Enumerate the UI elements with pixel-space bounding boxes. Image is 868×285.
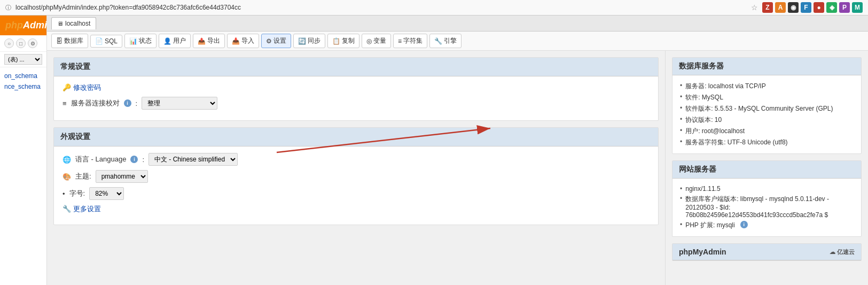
toolbar-icon-2[interactable]: A <box>775 2 786 13</box>
sidebar-tool-gear[interactable]: ⚙ <box>28 38 37 48</box>
appearance-settings-section: 外观设置 🌐 语言 - Language i : 中文 - Chinese si… <box>53 127 659 225</box>
sql-btn[interactable]: 📄 SQL <box>90 35 122 48</box>
db-server-item-1: 软件: MySQL <box>680 92 854 103</box>
collation-list-icon: ≡ <box>62 99 67 107</box>
db-server-body: 服务器: localhost via TCP/IP 软件: MySQL 软件版本… <box>672 75 861 153</box>
toolbar-icon-5[interactable]: ● <box>814 2 824 13</box>
language-label: 语言 - Language <box>75 155 126 164</box>
theme-row: 🎨 主题: pmahomme original <box>62 170 650 183</box>
charset-btn[interactable]: ≡ 字符集 <box>393 34 427 48</box>
content-area: 🖥 localhost 🗄 数据库 📄 SQL 📊 状态 👤 用户 <box>47 16 868 285</box>
toolbar-icon-7[interactable]: P <box>839 2 850 13</box>
language-info-icon[interactable]: i <box>130 156 138 163</box>
change-password-row: 🔑 修改密码 <box>62 83 650 93</box>
status-icon: 📊 <box>129 37 137 45</box>
phpmyadmin-header: phpMyAdmin ☁ 亿速云 <box>672 244 861 260</box>
db-server-item-2: 软件版本: 5.5.53 - MySQL Community Server (G… <box>680 103 854 114</box>
sidebar-tool-square[interactable]: □ <box>16 38 26 48</box>
sql-icon: 📄 <box>95 37 103 45</box>
main-wrapper: phpAdmin ○ □ ⚙ (表) ... information_schem… <box>0 16 868 285</box>
language-select[interactable]: 中文 - Chinese simplified English 日本語 <box>148 153 238 166</box>
web-server-item-0: nginx/1.11.5 <box>680 184 854 194</box>
user-icon: 👤 <box>163 37 171 45</box>
db-server-item-0: 服务器: localhost via TCP/IP <box>680 81 854 92</box>
copy-icon: 📋 <box>332 37 340 45</box>
nav-toolbar: 🗄 数据库 📄 SQL 📊 状态 👤 用户 📤 导出 📥 导入 <box>47 32 868 51</box>
phpmyadmin-section: phpMyAdmin ☁ 亿速云 <box>672 243 862 261</box>
change-password-link[interactable]: 🔑 修改密码 <box>62 83 101 93</box>
theme-palette-icon: 🎨 <box>62 173 71 181</box>
sidebar-select-wrapper: (表) ... information_schema performance_s… <box>0 52 46 67</box>
font-bullet: • <box>62 190 65 198</box>
url-text: localhost/phpMyAdmin/index.php?token=dfa… <box>15 4 747 11</box>
db-server-item-5: 服务器字符集: UTF-8 Unicode (utf8) <box>680 137 854 148</box>
collation-select[interactable]: 整理 utf8_general_ci utf8mb4_unicode_ci <box>142 97 217 110</box>
theme-label: 主题: <box>75 172 91 181</box>
collation-separator: : <box>136 99 138 107</box>
web-server-list: nginx/1.11.5 数据库客户端版本: libmysql - mysqln… <box>680 184 854 231</box>
sidebar-tool-circle[interactable]: ○ <box>4 38 14 48</box>
copy-btn[interactable]: 📋 复制 <box>327 34 359 48</box>
collation-info-icon[interactable]: i <box>124 99 131 107</box>
export-btn[interactable]: 📤 导出 <box>193 34 225 48</box>
brand-logo: phpAdmin <box>0 16 46 35</box>
web-server-item-2: PHP 扩展: mysqli i <box>680 220 854 231</box>
language-row: 🌐 语言 - Language i : 中文 - Chinese simplif… <box>62 153 650 166</box>
url-bar: ⓘ localhost/phpMyAdmin/index.php?token=d… <box>0 0 868 16</box>
charset-icon: ≡ <box>398 37 402 45</box>
url-actions: ☆ <box>751 3 758 12</box>
var-btn[interactable]: ◎ 变量 <box>362 34 391 48</box>
toolbar-icon-8[interactable]: M <box>852 2 863 13</box>
engine-icon: 🔧 <box>434 37 442 45</box>
database-btn[interactable]: 🗄 数据库 <box>51 34 88 48</box>
general-settings-header: 常规设置 <box>54 58 658 76</box>
export-icon: 📤 <box>198 37 206 45</box>
language-separator: : <box>142 156 144 164</box>
sync-btn[interactable]: 🔄 同步 <box>293 34 325 48</box>
import-icon: 📥 <box>232 37 240 45</box>
engine-btn[interactable]: 🔧 引擎 <box>429 34 462 48</box>
main-content: 常规设置 🔑 修改密码 ≡ 服务器连接校对 i <box>47 51 665 285</box>
web-server-item-1: 数据库客户端版本: libmysql - mysqlnd 5.0.11-dev … <box>680 194 854 220</box>
server-collation-row: ≡ 服务器连接校对 i : 整理 utf8_general_ci utf8mb4… <box>62 97 650 110</box>
db-server-item-3: 协议版本: 10 <box>680 114 854 126</box>
settings-icon: ⚙ <box>266 37 272 45</box>
import-btn[interactable]: 📥 导入 <box>227 34 259 48</box>
web-server-body: nginx/1.11.5 数据库客户端版本: libmysql - mysqln… <box>672 179 861 236</box>
font-select[interactable]: 82% 90% 100% 120% <box>89 187 124 200</box>
toolbar-icon-1[interactable]: Z <box>762 2 773 13</box>
sidebar: phpAdmin ○ □ ⚙ (表) ... information_schem… <box>0 16 47 285</box>
more-settings-link[interactable]: 🔧 更多设置 <box>62 204 101 214</box>
db-server-item-4: 用户: root@localhost <box>680 126 854 137</box>
font-label: 字号: <box>69 189 85 198</box>
user-btn[interactable]: 👤 用户 <box>159 34 191 48</box>
theme-select[interactable]: pmahomme original <box>96 170 148 183</box>
more-settings-wrench-icon: 🔧 <box>62 205 71 213</box>
browser-toolbar-icons: Z A ◉ F ● ◈ P M <box>762 2 863 13</box>
settings-btn[interactable]: ⚙ 设置 <box>261 34 291 48</box>
general-settings-section: 常规设置 🔑 修改密码 ≡ 服务器连接校对 i <box>53 57 659 121</box>
table-select[interactable]: (表) ... information_schema performance_s… <box>4 54 42 65</box>
status-btn[interactable]: 📊 状态 <box>124 34 157 48</box>
general-settings-body: 🔑 修改密码 ≡ 服务器连接校对 i : 整理 utf8_general_ci <box>54 76 658 120</box>
appearance-settings-header: 外观设置 <box>54 128 658 147</box>
cloud-icon: ☁ <box>830 249 835 255</box>
sidebar-tools: ○ □ ⚙ <box>0 35 46 52</box>
toolbar-icon-4[interactable]: F <box>801 2 811 13</box>
tab-label: localhost <box>65 20 90 27</box>
font-row: • 字号: 82% 90% 100% 120% <box>62 187 650 200</box>
star-icon[interactable]: ☆ <box>751 3 758 12</box>
tab-server-icon: 🖥 <box>57 20 63 27</box>
sidebar-nav: on_schema nce_schema <box>0 67 46 285</box>
sidebar-item-on-schema[interactable]: on_schema <box>4 71 42 81</box>
db-server-list: 服务器: localhost via TCP/IP 软件: MySQL 软件版本… <box>680 81 854 148</box>
tab-localhost[interactable]: 🖥 localhost <box>51 17 96 29</box>
database-icon: 🗄 <box>56 37 62 45</box>
sync-icon: 🔄 <box>298 37 306 45</box>
sidebar-item-nce-schema[interactable]: nce_schema <box>4 81 42 92</box>
db-server-section: 数据库服务器 服务器: localhost via TCP/IP 软件: MyS… <box>672 57 862 154</box>
toolbar-icon-3[interactable]: ◉ <box>788 2 799 13</box>
var-icon: ◎ <box>366 37 372 45</box>
toolbar-icon-6[interactable]: ◈ <box>826 2 837 13</box>
mysqli-info-icon[interactable]: i <box>740 221 748 228</box>
